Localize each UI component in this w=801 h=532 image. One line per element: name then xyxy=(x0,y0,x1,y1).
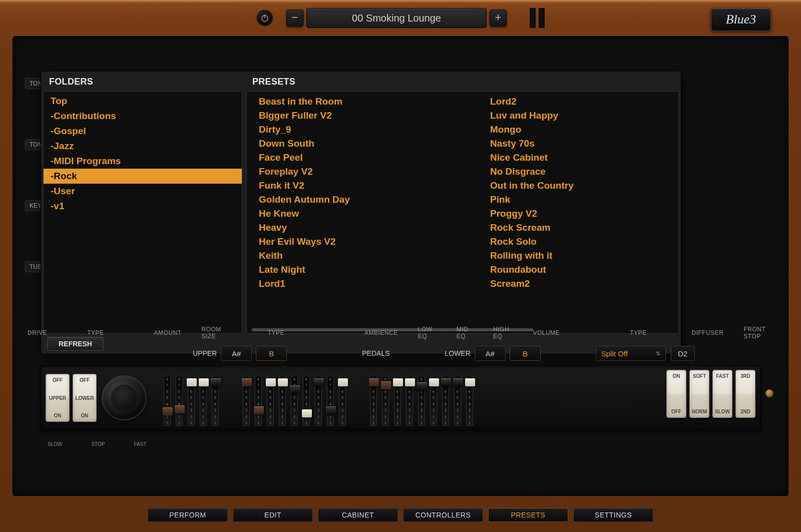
folder-item[interactable]: -Gospel xyxy=(44,124,242,139)
tab-presets[interactable]: PRESETS xyxy=(488,508,568,522)
lower-note-a[interactable]: A# xyxy=(475,346,506,361)
folder-item[interactable]: -User xyxy=(44,184,242,199)
tab-cabinet[interactable]: CABINET xyxy=(318,508,398,522)
rocker-label: LOWER xyxy=(75,395,94,401)
tab-edit[interactable]: EDIT xyxy=(233,508,313,522)
drawbar[interactable]: 87654321 xyxy=(338,376,347,426)
preset-item[interactable]: Beast in the Room xyxy=(259,95,435,109)
drawbar[interactable]: 87654321 xyxy=(211,376,220,426)
ambience-label: AMBIENCE xyxy=(364,329,398,336)
drawbar-set-pedals: 8765432187654321876543218765432187654321… xyxy=(242,370,347,426)
preset-item[interactable]: He Knew xyxy=(259,207,435,221)
drawbar[interactable]: 87654321 xyxy=(417,376,426,426)
drawbar[interactable]: 87654321 xyxy=(187,376,196,426)
folder-item[interactable]: -Jazz xyxy=(44,139,242,154)
folders-header: FOLDERS xyxy=(43,72,242,91)
prev-preset-button[interactable]: − xyxy=(286,10,303,27)
preset-item[interactable]: Mongo xyxy=(490,123,666,137)
preset-item[interactable]: Roundabout xyxy=(490,263,666,277)
drawbar[interactable]: 87654321 xyxy=(163,376,172,426)
drawbar[interactable]: 87654321 xyxy=(369,376,378,426)
rocker-label: ON xyxy=(54,413,62,418)
tab-settings[interactable]: SETTINGS xyxy=(573,508,653,522)
preset-item[interactable]: Funk it V2 xyxy=(259,179,435,193)
preset-item[interactable]: Nasty 70s xyxy=(490,137,666,151)
drawbar[interactable]: 87654321 xyxy=(302,376,311,426)
drawbar[interactable]: 87654321 xyxy=(242,376,251,426)
preset-item[interactable]: Luv and Happy xyxy=(490,109,666,123)
amount-label: AMOUNT xyxy=(154,329,182,336)
drawbar[interactable]: 87654321 xyxy=(465,376,474,426)
drawbar[interactable]: 87654321 xyxy=(266,376,275,426)
drawbar[interactable]: 87654321 xyxy=(393,376,402,426)
folders-listbox[interactable]: Top-Contributions-Gospel-Jazz-MIDI Progr… xyxy=(43,91,242,334)
drawbar[interactable]: 87654321 xyxy=(326,376,335,426)
preset-item[interactable]: Late Night xyxy=(259,263,435,277)
drawbar[interactable]: 87654321 xyxy=(429,376,438,426)
pedals-label: PEDALS xyxy=(362,349,389,357)
preset-item[interactable]: Golden Autumn Day xyxy=(259,193,435,207)
folder-item[interactable]: -Rock xyxy=(44,169,242,184)
preset-item[interactable]: Down South xyxy=(259,137,435,151)
rocker-label: NORM xyxy=(692,409,707,414)
right-rockers: ON OFF SOFT NORM FAST SLOW 3RD 2ND xyxy=(666,370,755,426)
preset-item[interactable]: Rock Scream xyxy=(490,221,666,235)
preset-item[interactable]: Rock Solo xyxy=(490,235,666,249)
preset-display[interactable]: 00 Smoking Lounge xyxy=(306,8,487,28)
drawbar[interactable]: 87654321 xyxy=(405,376,414,426)
drawbar[interactable]: 87654321 xyxy=(254,376,263,426)
next-preset-button[interactable]: + xyxy=(490,10,507,27)
percussion-volume-rocker[interactable]: SOFT NORM xyxy=(689,370,709,418)
upper-note-a[interactable]: A# xyxy=(221,346,252,361)
presets-header: PRESETS xyxy=(246,72,679,91)
percussion-on-rocker[interactable]: ON OFF xyxy=(666,370,686,418)
preset-item[interactable]: Foreplay V2 xyxy=(259,165,435,179)
preset-item[interactable]: Dirty_9 xyxy=(259,123,435,137)
preset-item[interactable]: Heavy xyxy=(259,221,435,235)
presets-listbox[interactable]: Beast in the RoomBigger Fuller V2Dirty_9… xyxy=(246,91,679,334)
pause-icon[interactable] xyxy=(530,8,545,28)
upper-note-b[interactable]: B xyxy=(256,346,287,361)
drive-label: DRIVE xyxy=(28,329,47,336)
folder-item[interactable]: -MIDI Programs xyxy=(44,154,242,169)
rocker-label: OFF xyxy=(671,409,681,414)
drawbar[interactable]: 87654321 xyxy=(199,376,208,426)
preset-item[interactable]: Scream2 xyxy=(490,277,666,291)
folder-item[interactable]: -v1 xyxy=(44,199,242,214)
drawbar[interactable]: 87654321 xyxy=(314,376,323,426)
vibrato-chorus-knob[interactable] xyxy=(102,375,147,420)
split-select[interactable]: Split Off ⇅ xyxy=(596,346,666,361)
preset-item[interactable]: Face Peel xyxy=(259,151,435,165)
preset-item[interactable]: Lord2 xyxy=(490,95,666,109)
tab-controllers[interactable]: CONTROLLERS xyxy=(403,508,483,522)
rocker-label: UPPER xyxy=(49,395,66,401)
vibrato-upper-rocker[interactable]: OFF UPPER ON xyxy=(46,374,70,422)
preset-item[interactable]: Nice Cabinet xyxy=(490,151,666,165)
folder-item[interactable]: -Contributions xyxy=(44,109,242,124)
preset-item[interactable]: Out in the Country xyxy=(490,179,666,193)
folder-item[interactable]: Top xyxy=(44,94,242,109)
screw-icon xyxy=(765,389,773,397)
preset-item[interactable]: Pink xyxy=(490,193,666,207)
power-icon[interactable] xyxy=(256,10,273,27)
drawbar[interactable]: 87654321 xyxy=(175,376,184,426)
preset-item[interactable]: Her Evil Ways V2 xyxy=(259,235,435,249)
drawbar[interactable]: 87654321 xyxy=(453,376,462,426)
percussion-harmonic-rocker[interactable]: 3RD 2ND xyxy=(735,370,755,418)
drawbar[interactable]: 87654321 xyxy=(381,376,390,426)
preset-item[interactable]: Rolling with it xyxy=(490,249,666,263)
preset-item[interactable]: Lord1 xyxy=(259,277,435,291)
preset-item[interactable]: Bigger Fuller V2 xyxy=(259,109,435,123)
tab-perform[interactable]: PERFORM xyxy=(148,508,228,522)
percussion-decay-rocker[interactable]: FAST SLOW xyxy=(712,370,732,418)
drawbar[interactable]: 87654321 xyxy=(278,376,287,426)
lower-note-b[interactable]: B xyxy=(510,346,541,361)
preset-item[interactable]: Proggy V2 xyxy=(490,207,666,221)
split-note-button[interactable]: D2 xyxy=(671,346,695,361)
preset-item[interactable]: Keith xyxy=(259,249,435,263)
split-value: Split Off xyxy=(601,349,628,358)
drawbar[interactable]: 87654321 xyxy=(441,376,450,426)
vibrato-lower-rocker[interactable]: OFF LOWER ON xyxy=(73,374,97,422)
preset-item[interactable]: No Disgrace xyxy=(490,165,666,179)
drawbar[interactable]: 87654321 xyxy=(290,376,299,426)
